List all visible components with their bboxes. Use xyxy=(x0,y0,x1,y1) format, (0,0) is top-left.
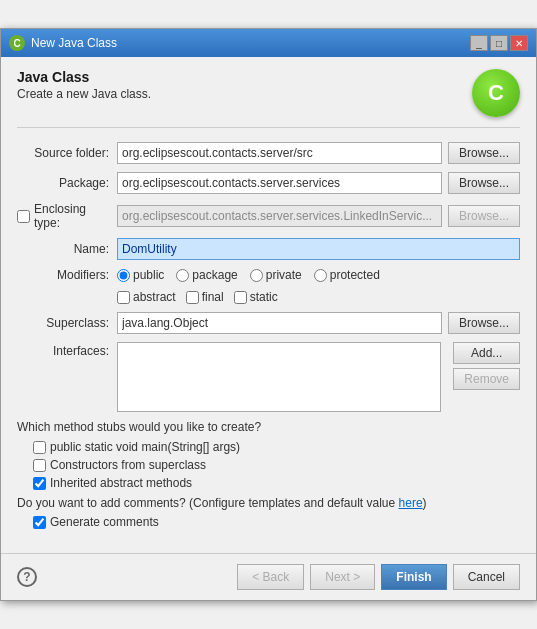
generate-comments-checkbox[interactable] xyxy=(33,516,46,529)
main-stub-checkbox[interactable] xyxy=(33,441,46,454)
interfaces-add-button[interactable]: Add... xyxy=(453,342,520,364)
back-button[interactable]: < Back xyxy=(237,564,304,590)
package-input[interactable] xyxy=(117,172,442,194)
dialog-subtitle: Create a new Java class. xyxy=(17,87,151,101)
interfaces-remove-button[interactable]: Remove xyxy=(453,368,520,390)
dialog-content: Java Class Create a new Java class. C So… xyxy=(1,57,536,545)
modifier-private[interactable]: private xyxy=(250,268,302,282)
package-browse-button[interactable]: Browse... xyxy=(448,172,520,194)
name-input[interactable] xyxy=(117,238,520,260)
interfaces-buttons: Add... Remove xyxy=(447,342,520,390)
header-section: Java Class Create a new Java class. C xyxy=(17,69,520,128)
source-folder-row: Source folder: Browse... xyxy=(17,142,520,164)
modifiers-label: Modifiers: xyxy=(17,268,117,282)
superclass-input[interactable] xyxy=(117,312,442,334)
constructors-stub-label: Constructors from superclass xyxy=(50,458,206,472)
main-stub-row: public static void main(String[] args) xyxy=(33,440,520,454)
header-text: Java Class Create a new Java class. xyxy=(17,69,151,101)
comments-link[interactable]: here xyxy=(399,496,423,510)
help-button[interactable]: ? xyxy=(17,567,37,587)
final-check[interactable]: final xyxy=(186,290,224,304)
new-java-class-dialog: C New Java Class _ □ ✕ Java Class Create… xyxy=(0,28,537,601)
enclosing-type-checkbox[interactable] xyxy=(17,210,30,223)
enclosing-type-input[interactable] xyxy=(117,205,442,227)
inherited-stub-label: Inherited abstract methods xyxy=(50,476,192,490)
modifier-protected[interactable]: protected xyxy=(314,268,380,282)
dialog-icon: C xyxy=(9,35,25,51)
minimize-button[interactable]: _ xyxy=(470,35,488,51)
static-check[interactable]: static xyxy=(234,290,278,304)
stubs-checks: public static void main(String[] args) C… xyxy=(33,440,520,490)
name-label: Name: xyxy=(17,242,117,256)
superclass-label: Superclass: xyxy=(17,316,117,330)
abstract-check[interactable]: abstract xyxy=(117,290,176,304)
title-bar: C New Java Class _ □ ✕ xyxy=(1,29,536,57)
modifiers-row: Modifiers: public package private protec… xyxy=(17,268,520,282)
superclass-browse-button[interactable]: Browse... xyxy=(448,312,520,334)
title-bar-left: C New Java Class xyxy=(9,35,117,51)
inherited-stub-checkbox[interactable] xyxy=(33,477,46,490)
inherited-stub-row: Inherited abstract methods xyxy=(33,476,520,490)
modifier-package[interactable]: package xyxy=(176,268,237,282)
title-text: New Java Class xyxy=(31,36,117,50)
cancel-button[interactable]: Cancel xyxy=(453,564,520,590)
next-button[interactable]: Next > xyxy=(310,564,375,590)
generate-comments-label: Generate comments xyxy=(50,515,159,529)
modifiers-options: public package private protected xyxy=(117,268,380,282)
constructors-stub-checkbox[interactable] xyxy=(33,459,46,472)
source-folder-label: Source folder: xyxy=(17,146,117,160)
interfaces-label: Interfaces: xyxy=(17,342,117,358)
package-label: Package: xyxy=(17,176,117,190)
enclosing-type-label: Enclosing type: xyxy=(34,202,109,230)
close-button[interactable]: ✕ xyxy=(510,35,528,51)
enclosing-type-row: Enclosing type: Browse... xyxy=(17,202,520,230)
interfaces-row: Interfaces: Add... Remove xyxy=(17,342,520,412)
stubs-question: Which method stubs would you like to cre… xyxy=(17,420,520,434)
comments-section: Do you want to add comments? (Configure … xyxy=(17,496,520,529)
source-folder-browse-button[interactable]: Browse... xyxy=(448,142,520,164)
name-row: Name: xyxy=(17,238,520,260)
enclosing-type-browse-button: Browse... xyxy=(448,205,520,227)
superclass-row: Superclass: Browse... xyxy=(17,312,520,334)
java-logo: C xyxy=(472,69,520,117)
generate-comments-row: Generate comments xyxy=(33,515,520,529)
dialog-title: Java Class xyxy=(17,69,151,85)
package-row: Package: Browse... xyxy=(17,172,520,194)
interfaces-textarea[interactable] xyxy=(117,342,441,412)
main-stub-label: public static void main(String[] args) xyxy=(50,440,240,454)
comments-question: Do you want to add comments? (Configure … xyxy=(17,496,520,510)
bottom-bar: ? < Back Next > Finish Cancel xyxy=(1,553,536,600)
constructors-stub-row: Constructors from superclass xyxy=(33,458,520,472)
finish-button[interactable]: Finish xyxy=(381,564,446,590)
title-buttons: _ □ ✕ xyxy=(470,35,528,51)
maximize-button[interactable]: □ xyxy=(490,35,508,51)
navigation-buttons: < Back Next > Finish Cancel xyxy=(237,564,520,590)
modifier-checks-row: abstract final static xyxy=(117,290,520,304)
source-folder-input[interactable] xyxy=(117,142,442,164)
modifier-public[interactable]: public xyxy=(117,268,164,282)
